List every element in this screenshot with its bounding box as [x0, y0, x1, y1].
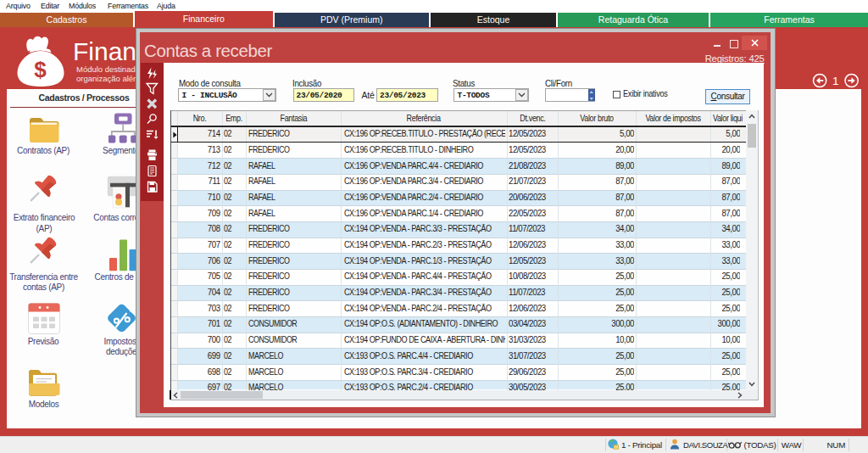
svg-text:1: 1	[832, 75, 839, 87]
svg-text:$: $	[34, 57, 47, 82]
